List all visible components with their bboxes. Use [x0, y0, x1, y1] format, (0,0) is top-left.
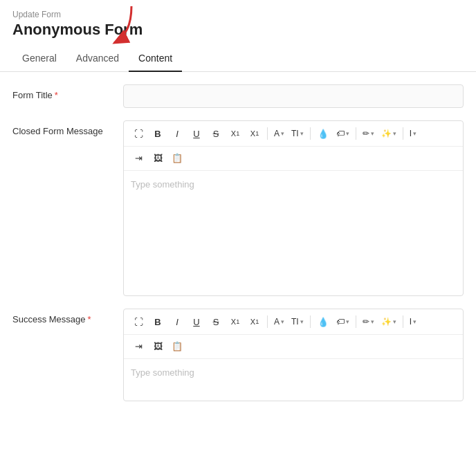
closed-form-editor: ⛶ B I U S X1 X1 A ▾ TI ▾ [123, 120, 464, 296]
tab-general[interactable]: General [12, 46, 66, 72]
tabs-bar: General Advanced Content [0, 46, 476, 72]
closed-form-toolbar-row2: ⇥ 🖼 📋 [124, 147, 463, 171]
success-bold-btn[interactable]: B [149, 313, 167, 330]
required-star-success: * [88, 314, 91, 324]
success-magic-dropdown[interactable]: ✨ ▾ [378, 313, 399, 330]
form-title-row: Form Title * [12, 84, 464, 108]
content-area: Form Title * Closed Form Message ⛶ B I U… [0, 72, 476, 401]
closed-form-placeholder: Type something [131, 179, 194, 190]
success-superscript-btn[interactable]: X1 [246, 313, 264, 330]
pen-dropdown[interactable]: ✏ ▾ [360, 125, 377, 142]
success-message-label: Success Message * [12, 309, 123, 324]
success-editor-body[interactable]: Type something [124, 359, 463, 401]
success-highlight-dropdown[interactable]: TI ▾ [289, 313, 306, 330]
tab-advanced[interactable]: Advanced [66, 46, 129, 72]
indent-btn[interactable]: ⇥ [129, 149, 147, 166]
success-toolbar-sep1 [267, 315, 268, 328]
success-underline-btn[interactable]: U [187, 313, 205, 330]
closed-form-editor-body[interactable]: Type something [124, 171, 463, 295]
superscript-btn[interactable]: X1 [246, 125, 264, 142]
success-pen-dropdown[interactable]: ✏ ▾ [360, 313, 377, 330]
success-toolbar-row1: ⛶ B I U S X1 X1 A ▾ TI ▾ [124, 309, 463, 335]
success-image-btn[interactable]: 🖼 [149, 338, 167, 354]
success-toolbar-sep2 [310, 315, 311, 328]
italic-btn[interactable]: I [168, 125, 186, 142]
closed-form-toolbar-row1: ⛶ B I U S X1 X1 A ▾ TI ▾ [124, 121, 463, 147]
success-strikethrough-btn[interactable]: S [207, 313, 225, 330]
success-italic-btn[interactable]: I [168, 313, 186, 330]
strikethrough-btn[interactable]: S [207, 125, 225, 142]
success-more-dropdown[interactable]: I ▾ [407, 313, 419, 330]
tab-content[interactable]: Content [129, 46, 182, 72]
toolbar-sep1 [267, 127, 268, 140]
success-indent-btn[interactable]: ⇥ [129, 338, 147, 354]
fullscreen-btn[interactable]: ⛶ [129, 125, 147, 142]
success-toolbar-sep3 [356, 315, 356, 328]
breadcrumb: Update Form [12, 10, 464, 19]
form-title-label: Form Title * [12, 84, 123, 100]
closed-form-message-label: Closed Form Message [12, 120, 123, 136]
success-droplet-btn[interactable]: 💧 [314, 313, 332, 330]
form-title-input-area [123, 84, 464, 108]
image-btn[interactable]: 🖼 [149, 149, 167, 166]
tag-dropdown[interactable]: 🏷 ▾ [333, 125, 352, 142]
magic-dropdown[interactable]: ✨ ▾ [378, 125, 399, 142]
bold-btn[interactable]: B [149, 125, 167, 142]
success-message-editor: ⛶ B I U S X1 X1 A ▾ TI ▾ [123, 309, 464, 401]
closed-form-rich-editor: ⛶ B I U S X1 X1 A ▾ TI ▾ [123, 120, 464, 296]
success-subscript-btn[interactable]: X1 [226, 313, 244, 330]
font-color-dropdown[interactable]: A ▾ [271, 125, 287, 142]
droplet-btn[interactable]: 💧 [314, 125, 332, 142]
clipboard-btn[interactable]: 📋 [168, 149, 186, 166]
success-font-color-dropdown[interactable]: A ▾ [271, 313, 287, 330]
highlight-dropdown[interactable]: TI ▾ [289, 125, 306, 142]
page-header: Update Form Anonymous Form [0, 0, 476, 43]
success-rich-editor: ⛶ B I U S X1 X1 A ▾ TI ▾ [123, 309, 464, 401]
page-title: Anonymous Form [12, 21, 464, 39]
success-clipboard-btn[interactable]: 📋 [168, 338, 186, 354]
closed-form-message-row: Closed Form Message ⛶ B I U S X1 X1 A ▾ [12, 120, 464, 296]
toolbar-sep2 [310, 127, 311, 140]
success-tag-dropdown[interactable]: 🏷 ▾ [333, 313, 352, 330]
success-toolbar-row2: ⇥ 🖼 📋 [124, 335, 463, 359]
form-title-input[interactable] [123, 84, 464, 108]
underline-btn[interactable]: U [187, 125, 205, 142]
subscript-btn[interactable]: X1 [226, 125, 244, 142]
toolbar-sep3 [356, 127, 356, 140]
success-fullscreen-btn[interactable]: ⛶ [129, 313, 147, 330]
success-toolbar-sep4 [403, 315, 403, 328]
success-message-row: Success Message * ⛶ B I U S X1 X1 A ▾ [12, 309, 464, 401]
toolbar-sep4 [403, 127, 403, 140]
required-star-title: * [55, 90, 58, 100]
success-placeholder: Type something [131, 367, 194, 378]
more-dropdown[interactable]: I ▾ [407, 125, 419, 142]
